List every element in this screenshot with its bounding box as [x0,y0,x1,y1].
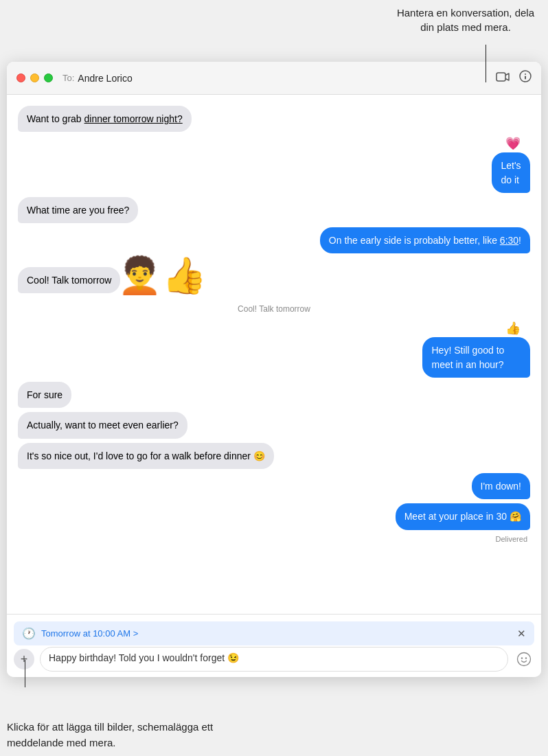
title-actions [496,70,532,86]
plus-label: + [21,652,28,667]
memoji-sticker: 🧑‍🦱👍 [117,257,207,293]
message-row: It's so nice out, I'd love to go for a w… [18,443,530,469]
messages-window: To: Andre Lorico Want to grab d [7,62,541,677]
svg-point-6 [525,657,527,658]
annotation-bottom-text: Klicka för att lägga till bilder, schema… [7,721,213,748]
message-row: What time are you free? [18,197,530,223]
message-bubble: I'm down! [472,473,530,499]
message-row: Cool! Talk tomorrow 🧑‍🦱👍 [18,257,530,293]
annotation-bottom-line [25,660,25,687]
message-bubble: For sure [18,382,71,408]
message-row: Want to grab dinner tomorrow night? [18,106,530,132]
svg-point-5 [521,657,523,658]
message-row: On the early side is probably better, li… [18,227,530,253]
heart-reaction: 💗 [505,136,530,152]
info-icon[interactable] [519,70,532,86]
input-area: 🕐 Tomorrow at 10:00 AM > ✕ + Happy birth… [7,614,541,677]
title-bar: To: Andre Lorico [7,62,541,95]
message-row: 👍 Hey! Still good to meet in an hour? [18,321,530,378]
message-row: Actually, want to meet even earlier? [18,412,530,438]
message-row: 💗 Let's do it [18,136,530,193]
scheduled-icon: 🕐 [22,627,36,640]
message-bubble: What time are you free? [18,197,138,223]
add-button[interactable]: + [14,649,34,669]
close-scheduled-button[interactable]: ✕ [517,628,526,640]
annotation-top-line [486,45,486,82]
svg-rect-0 [496,73,505,81]
message-bubble: Let's do it [492,152,530,193]
message-bubble: It's so nice out, I'd love to go for a w… [18,443,274,469]
message-input[interactable]: Happy birthday! Told you I wouldn't forg… [40,647,508,672]
zoom-button[interactable] [44,73,53,82]
message-row: For sure [18,382,530,408]
contact-name: Andre Lorico [78,73,496,84]
annotation-top-text: Hantera en konversation, dela din plats … [397,7,534,33]
message-bubble: Actually, want to meet even earlier? [18,412,187,438]
minimize-button[interactable] [30,73,39,82]
message-bubble: Hey! Still good to meet in an hour? [422,337,530,378]
timestamp: Cool! Talk tomorrow [18,304,530,314]
svg-rect-3 [525,76,526,80]
input-row: + Happy birthday! Told you I wouldn't fo… [14,647,534,672]
delivered-label: Delivered [18,535,527,543]
close-button[interactable] [16,73,25,82]
annotation-top: Hantera en konversation, dela din plats … [390,0,541,41]
message-row: Meet at your place in 30 🤗 [18,503,530,529]
thumbs-reaction: 👍 [505,321,530,337]
chat-area: Want to grab dinner tomorrow night? 💗 Le… [7,95,541,614]
video-call-icon[interactable] [496,71,510,85]
svg-point-4 [518,653,531,666]
svg-point-2 [525,73,526,75]
emoji-button[interactable] [514,649,534,669]
message-bubble: Cool! Talk tomorrow [18,267,120,293]
to-label: To: [62,73,74,83]
message-row: I'm down! [18,473,530,499]
traffic-lights [16,73,53,82]
annotation-bottom: Klicka för att lägga till bilder, schema… [7,720,240,756]
scheduled-text[interactable]: Tomorrow at 10:00 AM > [41,628,138,639]
message-bubble: On the early side is probably better, li… [320,227,530,253]
message-input-text: Happy birthday! Told you I wouldn't forg… [49,652,499,663]
message-bubble-meet: Meet at your place in 30 🤗 [396,503,530,529]
scheduled-banner[interactable]: 🕐 Tomorrow at 10:00 AM > ✕ [14,621,534,645]
message-bubble: Want to grab dinner tomorrow night? [18,106,192,132]
